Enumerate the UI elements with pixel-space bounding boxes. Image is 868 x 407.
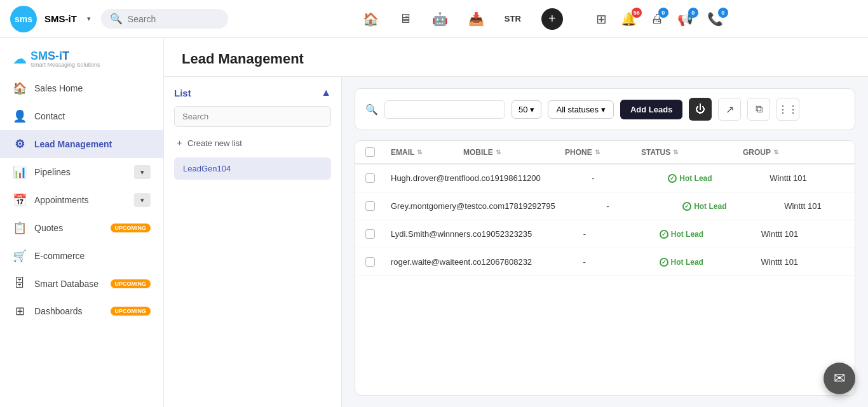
print-badge: 0 xyxy=(658,8,668,18)
cell-mobile-2: 19052323235 xyxy=(482,229,583,239)
sidebar: ☁ SMS-iT Smart Messaging Solutions 🏠 Sal… xyxy=(0,38,164,407)
cell-email-2: Lydi.Smith@winnners.co xyxy=(391,229,482,239)
col-status: STATUS ⇅ xyxy=(641,148,743,157)
table-row[interactable]: roger.waite@waiteent.co 12067808232 - ✓ … xyxy=(355,248,855,276)
str-label[interactable]: STR xyxy=(505,14,521,23)
status-dot-1: ✓ xyxy=(682,202,691,211)
sidebar-item-pipelines[interactable]: 📊 Pipelines ▾ xyxy=(0,158,163,186)
phone-icon[interactable]: 📞0 xyxy=(707,11,723,27)
notification-badge: 56 xyxy=(632,8,642,18)
select-all-checkbox[interactable] xyxy=(365,147,375,157)
table-row[interactable]: Hugh.drover@trentflood.co 19198611200 - … xyxy=(355,164,855,192)
cell-phone-0: - xyxy=(592,173,668,183)
col-phone: PHONE ⇅ xyxy=(565,148,641,157)
inbox-nav-icon[interactable]: 📥 xyxy=(468,11,484,27)
add-button[interactable]: + xyxy=(541,8,563,30)
create-new-list-button[interactable]: ＋ Create new list xyxy=(174,135,331,151)
row-checkbox-0[interactable] xyxy=(365,173,375,183)
broadcast-badge: 0 xyxy=(688,8,698,18)
list-collapse-icon[interactable]: ▲ xyxy=(321,87,331,98)
columns-icon-button[interactable]: ⋮⋮ xyxy=(776,98,799,121)
sidebar-item-sales-home[interactable]: 🏠 Sales Home xyxy=(0,74,163,102)
status-value: All statuses xyxy=(556,105,598,114)
table-row[interactable]: Grey.montgomery@testco.com 17819292795 -… xyxy=(355,192,855,220)
row-checkbox-2[interactable] xyxy=(365,229,375,239)
add-leads-button[interactable]: Add Leads xyxy=(620,100,682,119)
cell-status-2: ✓ Hot Lead xyxy=(660,230,761,239)
sidebar-label-smart-database: Smart Database xyxy=(34,279,98,289)
status-dot-0: ✓ xyxy=(668,174,677,183)
sidebar-label-dashboards: Dashboards xyxy=(34,306,83,316)
smart-database-icon: 🗄 xyxy=(13,277,27,290)
table-search-icon: 🔍 xyxy=(365,103,378,116)
cell-group-3: Winttt 101 xyxy=(761,257,855,267)
robot-nav-icon[interactable]: 🤖 xyxy=(432,11,448,27)
global-search-bar[interactable]: 🔍 xyxy=(101,9,228,29)
contact-icon: 👤 xyxy=(13,109,27,123)
row-checkbox-1[interactable] xyxy=(365,201,375,211)
sidebar-label-appointments: Appointments xyxy=(34,195,89,205)
sidebar-item-quotes[interactable]: 📋 Quotes UPCOMING xyxy=(0,214,163,242)
status-dot-3: ✓ xyxy=(660,258,668,267)
appointments-arrow[interactable]: ▾ xyxy=(134,193,151,207)
count-select[interactable]: 50 ▾ xyxy=(512,100,541,119)
notifications-icon[interactable]: 🔔56 xyxy=(621,11,637,27)
columns-icon: ⋮⋮ xyxy=(778,103,798,116)
email-sort-icon[interactable]: ⇅ xyxy=(417,149,422,156)
list-header: List ▲ xyxy=(174,87,331,98)
lead-management-icon: ⚙ xyxy=(13,137,27,151)
count-value: 50 xyxy=(519,105,527,114)
quotes-icon: 📋 xyxy=(13,221,27,235)
sidebar-label-sales-home: Sales Home xyxy=(34,83,83,93)
status-sort-icon[interactable]: ⇅ xyxy=(673,149,678,156)
chat-icon: ✉ xyxy=(834,370,845,387)
cell-email-1: Grey.montgomery@testco.com xyxy=(391,201,505,211)
table-body: Hugh.drover@trentflood.co 19198611200 - … xyxy=(355,164,855,276)
sidebar-item-lead-management[interactable]: ⚙ Lead Management xyxy=(0,130,163,158)
cell-email-0: Hugh.drover@trentflood.co xyxy=(391,173,490,183)
broadcast-icon[interactable]: 📢0 xyxy=(677,11,693,27)
mobile-sort-icon[interactable]: ⇅ xyxy=(496,149,501,156)
home-icon: 🏠 xyxy=(13,81,27,95)
pipelines-arrow[interactable]: ▾ xyxy=(134,165,151,179)
cell-status-0: ✓ Hot Lead xyxy=(668,174,770,183)
content-body: List ▲ ＋ Create new list LeadGen104 🔍 xyxy=(164,77,868,407)
table-search-input[interactable] xyxy=(384,100,505,119)
print-icon[interactable]: 🖨0 xyxy=(651,11,663,26)
chat-fab-button[interactable]: ✉ xyxy=(824,363,855,394)
cell-phone-3: - xyxy=(583,257,660,267)
sidebar-item-contact[interactable]: 👤 Contact xyxy=(0,102,163,130)
sidebar-label-contact: Contact xyxy=(34,111,65,121)
grid-icon[interactable]: ⊞ xyxy=(596,11,607,27)
group-sort-icon[interactable]: ⇅ xyxy=(773,149,778,156)
sidebar-item-dashboards[interactable]: ⊞ Dashboards UPCOMING xyxy=(0,297,163,325)
monitor-nav-icon[interactable]: 🖥 xyxy=(399,11,412,26)
plus-icon: ＋ xyxy=(175,137,184,149)
sidebar-item-appointments[interactable]: 📅 Appointments ▾ xyxy=(0,186,163,214)
app-body: ☁ SMS-iT Smart Messaging Solutions 🏠 Sal… xyxy=(0,38,868,407)
cell-group-0: Winttt 101 xyxy=(770,173,855,183)
list-item-leadgen104[interactable]: LeadGen104 xyxy=(174,157,331,180)
phone-sort-icon[interactable]: ⇅ xyxy=(595,149,600,156)
pipelines-icon: 📊 xyxy=(13,165,27,179)
export-icon-button[interactable]: ↗ xyxy=(718,98,741,121)
list-search-input[interactable] xyxy=(174,106,331,127)
row-checkbox-3[interactable] xyxy=(365,257,375,267)
sidebar-label-lead-management: Lead Management xyxy=(34,139,112,149)
table-row[interactable]: Lydi.Smith@winnners.co 19052323235 - ✓ H… xyxy=(355,220,855,248)
home-nav-icon[interactable]: 🏠 xyxy=(363,11,379,27)
sidebar-item-smart-database[interactable]: 🗄 Smart Database UPCOMING xyxy=(0,270,163,297)
sidebar-item-ecommerce[interactable]: 🛒 E-commerce xyxy=(0,242,163,270)
global-search-input[interactable] xyxy=(128,14,210,24)
copy-icon-button[interactable]: ⧉ xyxy=(747,98,770,121)
list-panel: List ▲ ＋ Create new list LeadGen104 xyxy=(164,77,342,407)
status-select[interactable]: All statuses ▾ xyxy=(548,100,613,119)
list-label: List xyxy=(174,88,191,98)
table-toolbar: 🔍 50 ▾ All statuses ▾ Add Leads ⏻ xyxy=(355,88,855,130)
dashboards-upcoming-badge: UPCOMING xyxy=(111,307,151,316)
toggle-icon-button[interactable]: ⏻ xyxy=(689,98,712,121)
brand-dropdown-arrow[interactable]: ▾ xyxy=(87,15,91,23)
topnav-center-icons: 🏠 🖥 🤖 📥 STR + xyxy=(363,8,563,30)
right-panel: 🔍 50 ▾ All statuses ▾ Add Leads ⏻ xyxy=(342,77,868,407)
list-item-label: LeadGen104 xyxy=(183,164,231,173)
